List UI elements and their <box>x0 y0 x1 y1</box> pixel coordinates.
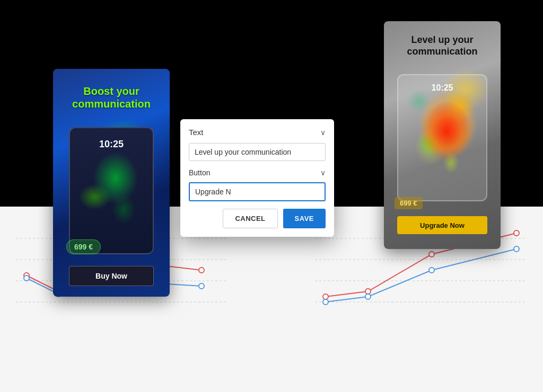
phone-mock-right: 10:25 <box>397 74 487 201</box>
modal-button-section-icon[interactable]: ∨ <box>320 168 326 177</box>
svg-point-23 <box>514 246 519 252</box>
svg-point-21 <box>365 294 371 299</box>
svg-point-18 <box>429 252 434 257</box>
svg-point-7 <box>199 268 204 273</box>
card-left: Boost your communication 10:25 699 € Buy… <box>53 69 170 297</box>
modal-button-section-label: Button <box>189 168 210 177</box>
phone-time-right: 10:25 <box>398 83 486 93</box>
price-badge-right: 699 € <box>395 197 423 209</box>
modal-button-section-header: Button ∨ <box>189 168 326 177</box>
modal-text-input[interactable] <box>189 143 326 161</box>
svg-point-20 <box>323 299 328 305</box>
svg-point-17 <box>365 289 371 294</box>
svg-point-11 <box>199 283 204 289</box>
modal-actions: CANCEL SAVE <box>189 209 326 228</box>
modal-button-text-input[interactable] <box>189 182 326 201</box>
modal-title: Text <box>189 128 204 137</box>
price-badge-left: 699 € <box>66 239 101 254</box>
cancel-button[interactable]: CANCEL <box>223 209 277 228</box>
svg-point-16 <box>323 294 328 299</box>
upgrade-button-right[interactable]: Upgrade Now <box>397 216 487 234</box>
card-right-headline: Level up your communication <box>392 34 493 57</box>
modal-dialog: Text ∨ Button ∨ CANCEL SAVE <box>180 119 334 237</box>
save-button[interactable]: SAVE <box>283 209 326 228</box>
svg-point-19 <box>514 230 519 236</box>
svg-point-8 <box>24 275 29 281</box>
buy-button-left[interactable]: Buy Now <box>69 266 154 286</box>
card-left-headline: Boost your communication <box>61 85 162 110</box>
modal-collapse-icon[interactable]: ∨ <box>320 128 326 137</box>
phone-time-left: 10:25 <box>70 139 153 150</box>
card-right: Level up your communication 10:25 699 € … <box>384 21 501 249</box>
modal-header: Text ∨ <box>189 128 326 137</box>
svg-point-22 <box>429 268 434 273</box>
phone-mock-left: 10:25 <box>69 127 154 254</box>
phone-heatmap-right <box>398 75 486 200</box>
